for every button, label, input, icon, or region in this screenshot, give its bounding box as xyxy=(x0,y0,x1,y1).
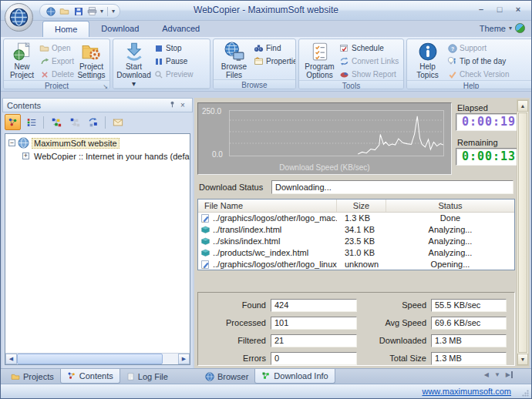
customize-qat-icon[interactable]: ▾ xyxy=(112,8,115,15)
contents-panel: Contents × xyxy=(2,98,193,368)
table-row[interactable]: ../skins/index.html 23.5 KB Analyzing... xyxy=(198,236,514,247)
maximumsoft-link[interactable]: www.maximumsoft.com xyxy=(422,387,511,396)
program-options-button[interactable]: Program Options xyxy=(301,41,338,80)
elapsed-display: 0:00:19 xyxy=(456,113,522,131)
panel-close-icon[interactable]: × xyxy=(177,101,188,109)
table-row[interactable]: ../graphics/logos/other/logo_mac.gif 1.3… xyxy=(198,213,514,224)
schedule-label: Schedule xyxy=(352,44,384,52)
find-button[interactable]: Find xyxy=(254,42,294,54)
show-report-button[interactable]: Show Report xyxy=(339,69,399,80)
webcopier-mini-icon[interactable] xyxy=(45,5,56,17)
save-icon[interactable] xyxy=(72,5,84,17)
html-file-icon xyxy=(200,225,210,235)
expand-tree-button[interactable] xyxy=(48,114,64,130)
file-status: Done xyxy=(386,213,514,224)
tab-home[interactable]: Home xyxy=(42,21,89,37)
delete-button[interactable]: Delete xyxy=(39,69,74,80)
stop-button[interactable]: Stop xyxy=(153,42,200,54)
schedule-button[interactable]: Schedule xyxy=(339,42,399,54)
contents-tree: − MaximumSoft website + WebCopier :: Int… xyxy=(5,133,190,365)
start-download-caret-icon: ▾ xyxy=(132,79,136,88)
properties-button[interactable]: Properties xyxy=(254,55,294,67)
ribbon-group-project: New Project Open Export Delete xyxy=(3,39,110,89)
tip-of-the-day-button[interactable]: Tip of the day xyxy=(447,55,518,67)
help-topics-button[interactable]: Help Topics xyxy=(409,41,446,80)
minimize-button[interactable]: – xyxy=(474,5,488,15)
quick-access-toolbar: ▾ ▾ xyxy=(39,4,120,18)
tab-browser[interactable]: Browser xyxy=(199,369,254,384)
tip-of-the-day-icon xyxy=(447,56,457,66)
file-status: Analyzing... xyxy=(386,236,514,247)
ribbon-group-tools: Program Options Schedule Convert Links S… xyxy=(298,39,404,89)
table-row[interactable]: ../graphics/logos/other/logo_linux.gif u… xyxy=(198,259,514,270)
column-size[interactable]: Size xyxy=(337,200,386,212)
scroll-right-icon[interactable]: ▶ xyxy=(178,354,190,364)
chart-plot-area xyxy=(229,110,444,156)
refresh-tree-button[interactable] xyxy=(85,114,101,130)
expand-node-icon[interactable]: + xyxy=(22,153,29,159)
project-dialog-launcher-icon[interactable]: ↘ xyxy=(103,82,108,89)
table-row[interactable]: ../transl/index.html 34.1 KB Analyzing..… xyxy=(198,224,514,236)
collapse-node-icon[interactable]: − xyxy=(8,139,15,146)
contents-map-icon xyxy=(67,371,76,381)
column-status[interactable]: Status xyxy=(386,200,514,212)
website-globe-icon xyxy=(18,137,29,149)
files-table-header: File Name Size Status xyxy=(198,200,514,213)
scroll-left-icon[interactable]: ◀ xyxy=(5,354,17,364)
html-file-icon xyxy=(200,236,210,246)
title-bar: ▾ ▾ WebCopier - MaximumSoft website – □ … xyxy=(1,1,531,21)
tree-item-page[interactable]: WebCopier :: Internet in your hands (def… xyxy=(34,152,190,161)
tree-scrollbar-thumb[interactable] xyxy=(17,354,163,364)
properties-label: Properties xyxy=(266,57,296,65)
new-project-button[interactable]: New Project xyxy=(5,41,39,80)
print-icon[interactable] xyxy=(86,5,98,17)
file-name: ../graphics/logos/other/logo_linux.gif xyxy=(213,259,337,270)
resize-grip[interactable] xyxy=(522,390,529,397)
list-view-button[interactable] xyxy=(23,114,39,130)
column-file-name[interactable]: File Name xyxy=(198,200,337,212)
tab-advanced[interactable]: Advanced xyxy=(150,21,211,37)
check-version-button[interactable]: Check Version xyxy=(447,69,518,80)
table-row[interactable]: ../products/wc_index.html 31.0 KB Analyz… xyxy=(198,247,514,259)
email-report-button[interactable] xyxy=(109,114,126,130)
collapse-tree-button[interactable] xyxy=(66,114,82,130)
tab-nav-prev-icon[interactable]: ◀ xyxy=(484,371,489,378)
tree-item-website[interactable]: MaximumSoft website xyxy=(32,138,120,149)
scroll-up-icon[interactable]: ▲ xyxy=(517,100,528,112)
map-view-button[interactable] xyxy=(5,114,21,130)
theme-selector[interactable]: Theme ▾ xyxy=(480,23,525,33)
pause-button[interactable]: Pause xyxy=(153,55,200,67)
file-name: ../transl/index.html xyxy=(213,224,281,236)
browse-group-label: Browse xyxy=(241,81,267,89)
support-button[interactable]: ? Support xyxy=(447,42,518,54)
panel-vertical-scrollbar: ▲ ▼ xyxy=(517,99,529,366)
export-button[interactable]: Export xyxy=(39,55,74,67)
panel-scrollbar-thumb[interactable] xyxy=(518,112,527,353)
project-settings-button[interactable]: Project Settings xyxy=(75,41,108,80)
status-bar: www.maximumsoft.com xyxy=(1,384,531,399)
tab-log-file[interactable]: Log File xyxy=(120,369,174,384)
browse-files-button[interactable]: Browse Files xyxy=(215,41,253,79)
project-group-label: Project xyxy=(45,82,69,89)
open-button[interactable]: Open xyxy=(39,42,74,54)
open-folder-icon xyxy=(39,43,49,53)
convert-links-button[interactable]: Convert Links xyxy=(339,55,399,67)
tab-download[interactable]: Download xyxy=(89,21,150,37)
open-icon[interactable] xyxy=(59,5,70,17)
file-name: ../graphics/logos/other/logo_mac.gif xyxy=(213,213,337,224)
file-name: ../products/wc_index.html xyxy=(213,247,308,259)
application-menu-button[interactable] xyxy=(5,3,33,32)
tab-projects[interactable]: Projects xyxy=(5,369,60,384)
tab-contents[interactable]: Contents xyxy=(60,369,120,384)
print-dropdown-icon[interactable]: ▾ xyxy=(100,8,103,15)
start-download-button[interactable]: Start Download ▾ xyxy=(115,41,153,88)
tab-nav-last-icon[interactable]: ▶ xyxy=(506,371,513,378)
pin-icon[interactable] xyxy=(167,101,177,109)
tab-nav-menu-icon[interactable]: ▼ xyxy=(494,371,500,378)
scroll-down-icon[interactable]: ▼ xyxy=(517,354,528,365)
preview-button[interactable]: Preview xyxy=(153,69,200,80)
chart-caption: Download Speed (KB/sec) xyxy=(198,163,451,172)
close-button[interactable]: × xyxy=(511,5,525,15)
maximize-button[interactable]: □ xyxy=(493,5,507,15)
tab-download-info[interactable]: Download Info xyxy=(254,369,335,384)
